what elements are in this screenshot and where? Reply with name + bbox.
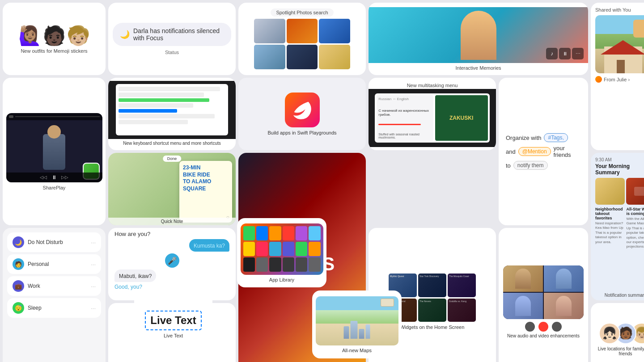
liveloc-label: Live locations for family and friends [591,346,644,356]
spotlight-pill: Spotlight Photos search [271,8,333,17]
map-background: Done 23-MINBIKE RIDETO ALAMOSQUARE ○ Qui… [108,153,236,225]
focus-work[interactable]: 💼 Work ··· [7,276,101,296]
memoji-3: 🧒🏼 [67,25,90,46]
notif-title: Your Morning Summary [595,163,644,176]
ft-1 [503,265,543,292]
app-8 [256,242,268,256]
to-text: to [506,162,511,169]
ft-btn-mic[interactable] [525,322,535,332]
chat-q: How are you? [114,231,229,237]
notif-story-1: Neighborhood takeout favorites Need insp… [595,207,625,249]
ft-btn-camera[interactable] [552,322,562,332]
zakuski-box: ZAKUSKI [435,95,488,141]
ft-btn-end[interactable] [538,322,548,332]
mabuti-text: Mabuti, ikaw? [119,273,152,279]
shareplay-screen: ◁◁ ⏸ ▷▷ [6,113,102,182]
memories-label: Interactive Memories [455,65,501,71]
multitask-label: New multitasking menu [403,81,462,89]
app-17 [296,257,307,272]
multitask-card: New multitasking menu Russian ↔ English … [369,78,496,150]
widgets-label: Widgets on the Home Screen [400,324,465,330]
tags-line-1: Organize with #Tags, [506,133,568,142]
liveloc-card: 👧🏻 🧑🏾 👦🏼 Live locations for family and f… [591,303,644,362]
keyboard-label: New keyboard shortcut menu and more shor… [120,139,223,147]
app-6 [309,226,320,240]
notif-img-food [595,178,625,205]
story1-text: Need inspiration? Kea Mao from Up Thai i… [595,221,625,244]
memoji-card: 🙋🏽‍♀️ 🧑🏿 🧒🏼 New outfits for Memoji stick… [3,3,106,75]
memoji-2: 🧑🏿 [42,25,66,46]
keyboard-screen [108,81,236,139]
story1-title: Neighborhood takeout favorites [595,207,625,220]
tv-grid: Mythic Quest S3 • E4 Star Trek Discovery… [389,274,476,322]
mention-tag: @Mention [518,147,551,156]
sleep-dots[interactable]: ··· [91,305,96,311]
personal-dots[interactable]: ··· [91,261,96,268]
photo-3 [319,19,350,43]
tv-startrek: Star Trek Discovery [418,274,446,297]
status-card: 🌙 Darla has notifications silenced with … [108,3,236,75]
focus-card: 🌙 Do Not Disturb ··· 🧑 Personal ··· 💼 Wo… [3,228,106,362]
tags-tag: #Tags, [544,133,568,142]
tv-mosquito: The Mosquito Coast [448,274,476,297]
translate-card: How are you? Kumusta ka? 🎤 Mabuti, ikaw?… [108,228,236,300]
shared-header: Shared with You [595,7,631,13]
memoji-1: 🙋🏽‍♀️ [18,25,42,46]
livetext-label: Live Text [164,333,183,338]
chat-good: Good, you? [114,284,229,290]
focus-dnd[interactable]: 🌙 Do Not Disturb ··· [7,232,101,252]
spotlight-card: Spotlight Photos search [238,3,366,75]
notif-img-sport [626,178,644,205]
personal-label: Personal [28,261,87,267]
app-9 [269,242,281,256]
sleep-label: Sleep [28,305,87,311]
photo-grid [254,19,350,69]
app-3 [269,226,281,240]
photo-5 [287,45,318,69]
livetext-demo: Live Text [145,311,201,330]
moon-icon: 🌙 [120,29,130,39]
facetime-controls [525,322,562,332]
dnd-icon: 🌙 [13,236,24,248]
ft-4 [544,293,584,319]
tags-line-3: to notify them [506,161,548,170]
app-5 [296,226,307,240]
ft-3 [503,293,543,319]
tags-line-2: and @Mention your friends [506,145,581,158]
app-1 [243,226,255,240]
app-library-ipad [241,223,323,275]
photo-2 [287,19,318,43]
dnd-dots[interactable]: ··· [91,239,96,246]
from-julie[interactable]: From Julie › [595,76,630,83]
app-7 [243,242,255,256]
work-dots[interactable]: ··· [91,283,96,290]
avatar-group: 👧🏻 🧑🏾 👦🏼 [599,323,644,344]
memories-image: ♪ ⏸ ⋯ [369,7,588,63]
lang-box-left: Russian ↔ English С начинкой из жаренсез… [377,95,433,141]
swift-label: Build apps in Swift Playgrounds [267,130,336,135]
app-14 [256,257,268,272]
chat-kumusta: Kumusta ka? [189,239,229,252]
photo-4 [254,45,285,69]
shareplay-card: ◁◁ ⏸ ▷▷ SharePlay [3,78,106,225]
keyboard-table [116,84,228,135]
from-label: From Julie › [604,77,630,82]
app-4 [283,226,294,240]
app-15 [269,257,281,272]
memoji-figures: 🙋🏽‍♀️ 🧑🏿 🧒🏼 [18,25,90,46]
note-overlay: 23-MINBIKE RIDETO ALAMOSQUARE ○ [179,161,232,223]
focus-sleep[interactable]: 😴 Sleep ··· [7,298,101,318]
memories-card: ♪ ⏸ ⋯ Interactive Memories [369,3,588,75]
friends-text: your friends [554,145,581,158]
notify-tag: notify them [513,161,548,170]
mic-bubble: 🎤 [165,253,179,268]
focus-personal[interactable]: 🧑 Personal ··· [7,254,101,274]
shareplay-label: SharePlay [43,185,66,190]
multitask-screen: Russian ↔ English С начинкой из жаренсез… [369,89,496,147]
maps-label: All-new Maps [342,348,372,353]
audiovideo-card: New audio and video enhancements [499,228,588,362]
notif-time: 9:30 AM [595,157,612,162]
shared-house [595,15,644,73]
app-12 [309,242,320,256]
work-label: Work [28,283,87,289]
